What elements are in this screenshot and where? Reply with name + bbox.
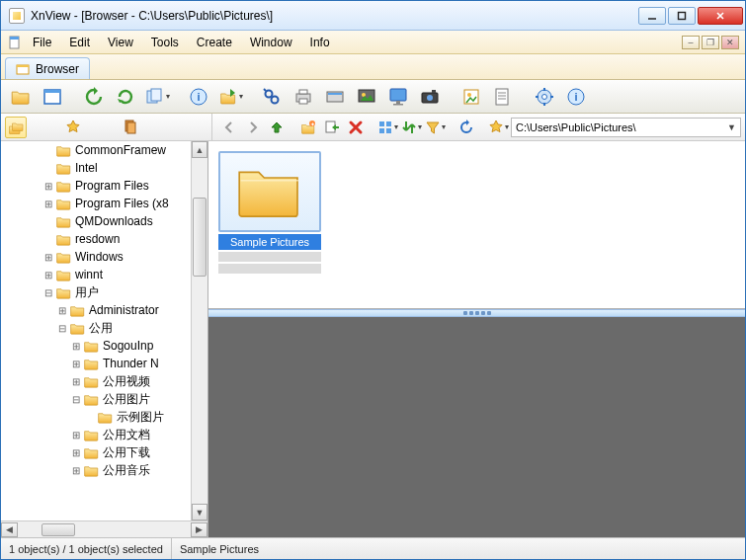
wallpaper-button[interactable] xyxy=(384,83,412,111)
expand-icon[interactable]: ⊞ xyxy=(56,304,68,316)
back-button[interactable] xyxy=(218,117,240,138)
expand-icon[interactable]: ⊞ xyxy=(70,340,82,352)
tree-horizontal-scrollbar[interactable]: ◀ ▶ xyxy=(1,520,207,537)
tree-item[interactable]: ⊞SogouInp xyxy=(1,337,207,355)
thumbnail-pane[interactable]: Sample Pictures xyxy=(208,141,745,309)
delete-button[interactable] xyxy=(345,117,367,138)
expand-icon[interactable]: ⊞ xyxy=(70,358,82,369)
svg-rect-11 xyxy=(151,89,161,101)
tree-item[interactable]: ⊟公用 xyxy=(1,319,207,337)
about-button[interactable]: i xyxy=(562,83,590,111)
filter-button[interactable]: ▾ xyxy=(424,117,446,138)
menu-info[interactable]: Info xyxy=(302,34,338,51)
tree-item[interactable]: QMDownloads xyxy=(1,212,207,230)
forward-button[interactable] xyxy=(242,117,264,138)
jpeg-lossless-button[interactable] xyxy=(457,83,485,111)
folders-tab-button[interactable] xyxy=(5,117,27,138)
export-button[interactable]: ▾ xyxy=(216,83,244,111)
menu-edit[interactable]: Edit xyxy=(61,34,98,51)
tree-item[interactable]: ⊞公用视频 xyxy=(1,372,207,390)
tree-item[interactable]: Intel xyxy=(1,159,207,177)
batch-convert-button[interactable]: ▾ xyxy=(143,83,171,111)
collapse-icon[interactable]: ⊟ xyxy=(56,322,68,334)
expand-icon[interactable]: ⊞ xyxy=(42,269,54,280)
categories-tab-button[interactable] xyxy=(120,117,141,138)
maximize-button[interactable] xyxy=(668,7,696,25)
expand-icon[interactable]: ⊞ xyxy=(42,180,54,192)
scroll-down-button[interactable]: ▼ xyxy=(192,504,207,520)
mdi-restore-button[interactable]: ❐ xyxy=(702,36,719,49)
print-button[interactable] xyxy=(290,83,317,111)
minimize-button[interactable] xyxy=(638,7,666,25)
mdi-minimize-button[interactable]: – xyxy=(682,36,700,49)
menu-create[interactable]: Create xyxy=(189,34,240,51)
expand-icon[interactable]: ⊞ xyxy=(70,446,82,458)
menu-tools[interactable]: Tools xyxy=(143,34,187,51)
info-button[interactable]: i xyxy=(185,83,212,111)
folder-tree[interactable]: CommonFramewIntel⊞Program Files⊞Program … xyxy=(1,141,207,520)
horizontal-splitter[interactable] xyxy=(208,309,745,317)
tree-item[interactable]: CommonFramew xyxy=(1,141,207,159)
favorites-tab-button[interactable] xyxy=(62,117,84,138)
scan-button[interactable] xyxy=(321,83,349,111)
tree-item-label: 公用文档 xyxy=(103,427,150,443)
tree-item[interactable]: ⊞Administrator xyxy=(1,301,207,319)
scroll-left-button[interactable]: ◀ xyxy=(1,522,18,537)
slideshow-button[interactable] xyxy=(353,83,380,111)
tree-item[interactable]: ⊞公用音乐 xyxy=(1,461,207,479)
scroll-right-button[interactable]: ▶ xyxy=(191,522,207,537)
search-button[interactable] xyxy=(258,83,286,111)
scroll-up-button[interactable]: ▲ xyxy=(192,141,207,158)
menu-window[interactable]: Window xyxy=(242,34,300,51)
title-bar[interactable]: XnView - [Browser - C:\Users\Public\Pict… xyxy=(1,1,745,31)
tree-item[interactable]: ⊞Program Files xyxy=(1,177,207,195)
close-button[interactable] xyxy=(698,7,743,25)
path-input[interactable]: C:\Users\Public\Pictures\ ▼ xyxy=(511,118,741,137)
thumb-item[interactable]: Sample Pictures xyxy=(218,151,321,274)
options-button[interactable] xyxy=(531,83,558,111)
view-mode-button[interactable]: ▾ xyxy=(376,117,398,138)
tree-vertical-scrollbar[interactable]: ▲ ▼ xyxy=(191,141,207,520)
tree-item[interactable]: 示例图片 xyxy=(1,408,207,426)
expand-icon[interactable]: ⊞ xyxy=(70,429,82,440)
tree-item[interactable]: ⊞公用文档 xyxy=(1,426,207,443)
collapse-icon[interactable]: ⊟ xyxy=(70,393,82,405)
tab-browser[interactable]: Browser xyxy=(5,57,90,79)
tree-item[interactable]: ⊞Windows xyxy=(1,248,207,266)
tree-item[interactable]: ⊞Thunder N xyxy=(1,355,207,372)
tree-item[interactable]: ⊟公用图片 xyxy=(1,390,207,408)
fullscreen-button[interactable] xyxy=(39,83,66,111)
scroll-thumb-h[interactable] xyxy=(41,523,75,536)
status-name: Sample Pictures xyxy=(172,538,745,559)
tree-item[interactable]: ⊞公用下载 xyxy=(1,443,207,461)
edit-iptc-button[interactable] xyxy=(489,83,517,111)
new-folder-button[interactable]: ✦ xyxy=(297,117,319,138)
tree-item[interactable]: ⊞winnt xyxy=(1,266,207,283)
up-button[interactable] xyxy=(266,117,288,138)
tree-item[interactable]: ⊞Program Files (x8 xyxy=(1,195,207,212)
preview-pane[interactable] xyxy=(208,317,745,537)
menu-file[interactable]: File xyxy=(25,34,59,51)
rotate-button[interactable] xyxy=(112,83,139,111)
sort-button[interactable]: ▾ xyxy=(400,117,422,138)
expand-icon[interactable]: ⊞ xyxy=(42,198,54,209)
menu-view[interactable]: View xyxy=(100,34,141,51)
expand-icon[interactable]: ⊞ xyxy=(42,251,54,263)
copy-to-button[interactable] xyxy=(321,117,343,138)
tree-item[interactable]: resdown xyxy=(1,230,207,248)
refresh-button[interactable] xyxy=(80,83,108,111)
path-dropdown-icon[interactable]: ▼ xyxy=(727,122,736,132)
mdi-close-button[interactable]: ✕ xyxy=(721,36,739,49)
tree-item-label: resdown xyxy=(75,232,120,246)
favorite-add-button[interactable]: ▾ xyxy=(487,117,509,138)
reload-button[interactable] xyxy=(456,117,477,138)
thumb-subline xyxy=(218,264,321,274)
collapse-icon[interactable]: ⊟ xyxy=(42,286,54,298)
open-button[interactable] xyxy=(7,83,35,111)
scroll-thumb[interactable] xyxy=(193,198,207,277)
folder-icon xyxy=(84,358,99,370)
capture-button[interactable] xyxy=(416,83,444,111)
expand-icon[interactable]: ⊞ xyxy=(70,464,82,476)
expand-icon[interactable]: ⊞ xyxy=(70,375,82,387)
tree-item[interactable]: ⊟用户 xyxy=(1,283,207,301)
